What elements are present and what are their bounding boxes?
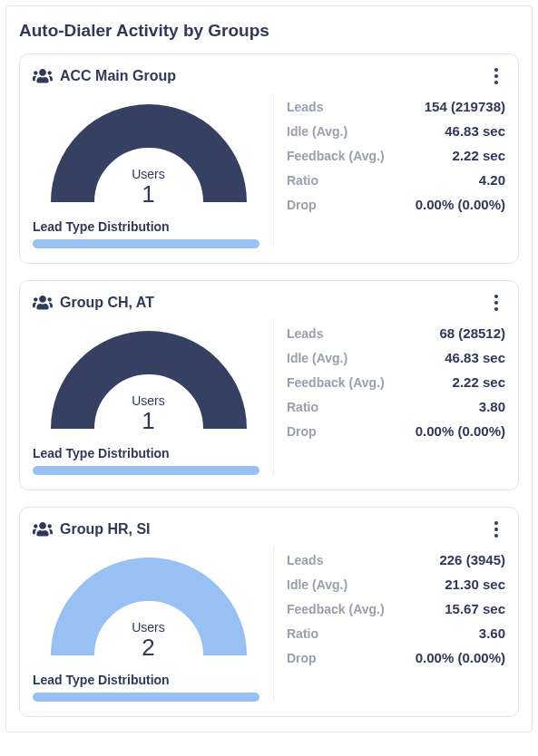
stat-value: 0.00% (0.00%) <box>416 197 505 212</box>
stat-row-leads: Leads 226 (3945) <box>287 548 505 572</box>
group-name: ACC Main Group <box>60 68 487 84</box>
card-menu-button[interactable] <box>487 67 505 85</box>
stats-section: Leads 68 (28512) Idle (Avg.) 46.83 sec F… <box>273 319 505 475</box>
stat-label: Ratio <box>287 173 318 188</box>
stat-value: 3.60 <box>479 625 505 641</box>
distribution-title: Lead Type Distribution <box>33 219 264 234</box>
stat-value: 0.00% (0.00%) <box>416 650 505 665</box>
group-card: ACC Main Group Users 1 Lead Type Distrib… <box>19 53 519 264</box>
activity-panel: Auto-Dialer Activity by Groups ACC Main … <box>5 5 533 732</box>
stats-section: Leads 226 (3945) Idle (Avg.) 21.30 sec F… <box>273 546 505 702</box>
gauge-section: Users 1 Lead Type Distribution <box>33 319 264 475</box>
stat-row-leads: Leads 68 (28512) <box>287 321 505 345</box>
gauge-label: Users <box>44 167 253 181</box>
stat-row-drop: Drop 0.00% (0.00%) <box>287 645 505 670</box>
gauge-count: 1 <box>44 180 253 208</box>
stat-label: Ratio <box>287 626 318 641</box>
stat-row-feedback: Feedback (Avg.) 2.22 sec <box>287 370 505 394</box>
users-icon <box>33 521 53 538</box>
stat-label: Drop <box>287 651 317 665</box>
panel-title: Auto-Dialer Activity by Groups <box>19 21 519 41</box>
card-header: ACC Main Group <box>33 67 505 85</box>
stat-label: Feedback (Avg.) <box>287 602 385 616</box>
distribution-bar <box>33 466 259 475</box>
stat-label: Idle (Avg.) <box>287 577 347 592</box>
stat-label: Idle (Avg.) <box>287 351 347 365</box>
stat-row-drop: Drop 0.00% (0.00%) <box>287 419 505 443</box>
stat-row-feedback: Feedback (Avg.) 15.67 sec <box>287 596 505 621</box>
distribution-title: Lead Type Distribution <box>33 446 264 460</box>
stat-value: 154 (219738) <box>425 99 505 114</box>
stat-row-feedback: Feedback (Avg.) 2.22 sec <box>287 143 505 168</box>
stat-value: 4.20 <box>479 172 505 188</box>
stat-label: Ratio <box>287 400 318 414</box>
stat-row-ratio: Ratio 4.20 <box>287 168 505 192</box>
gauge-label: Users <box>44 620 253 635</box>
users-gauge: Users 1 <box>44 325 253 433</box>
card-header: Group CH, AT <box>33 294 505 312</box>
distribution-title: Lead Type Distribution <box>33 673 264 687</box>
card-menu-button[interactable] <box>487 520 505 538</box>
stat-label: Drop <box>287 198 317 212</box>
stat-label: Leads <box>287 326 323 341</box>
gauge-count: 2 <box>44 634 253 662</box>
stat-label: Feedback (Avg.) <box>287 375 385 390</box>
stat-value: 2.22 sec <box>453 148 505 163</box>
gauge-count: 1 <box>44 407 253 435</box>
gauge-section: Users 1 Lead Type Distribution <box>33 92 264 248</box>
stats-section: Leads 154 (219738) Idle (Avg.) 46.83 sec… <box>273 92 505 248</box>
group-card: Group HR, SI Users 2 Lead Type Distribut… <box>19 507 519 717</box>
stat-label: Leads <box>287 100 323 114</box>
stat-value: 46.83 sec <box>445 123 505 139</box>
stat-value: 0.00% (0.00%) <box>416 423 505 439</box>
stat-row-drop: Drop 0.00% (0.00%) <box>287 192 505 217</box>
stat-row-idle: Idle (Avg.) 21.30 sec <box>287 572 505 596</box>
card-header: Group HR, SI <box>33 520 505 538</box>
stat-value: 3.80 <box>479 399 505 414</box>
users-gauge: Users 1 <box>44 98 253 207</box>
gauge-label: Users <box>44 393 253 408</box>
card-menu-button[interactable] <box>487 294 505 312</box>
stat-label: Feedback (Avg.) <box>287 149 385 163</box>
stat-label: Leads <box>287 553 323 567</box>
group-card: Group CH, AT Users 1 Lead Type Distribut… <box>19 280 519 490</box>
distribution-bar <box>33 693 259 702</box>
stat-row-idle: Idle (Avg.) 46.83 sec <box>287 119 505 143</box>
stat-value: 2.22 sec <box>453 374 505 390</box>
distribution-bar <box>33 239 259 248</box>
users-icon <box>33 295 53 311</box>
gauge-section: Users 2 Lead Type Distribution <box>33 546 264 702</box>
stat-value: 226 (3945) <box>439 552 505 567</box>
group-name: Group CH, AT <box>60 295 487 311</box>
stat-row-ratio: Ratio 3.60 <box>287 621 505 645</box>
stat-label: Drop <box>287 424 317 439</box>
stat-row-ratio: Ratio 3.80 <box>287 394 505 419</box>
stat-value: 68 (28512) <box>439 325 505 341</box>
stat-row-leads: Leads 154 (219738) <box>287 94 505 119</box>
stat-value: 21.30 sec <box>445 577 505 592</box>
users-gauge: Users 2 <box>44 551 253 660</box>
stat-value: 46.83 sec <box>445 350 505 365</box>
stat-label: Idle (Avg.) <box>287 124 347 139</box>
group-name: Group HR, SI <box>60 521 487 538</box>
stat-row-idle: Idle (Avg.) 46.83 sec <box>287 345 505 370</box>
stat-value: 15.67 sec <box>445 601 505 616</box>
users-icon <box>33 68 53 84</box>
